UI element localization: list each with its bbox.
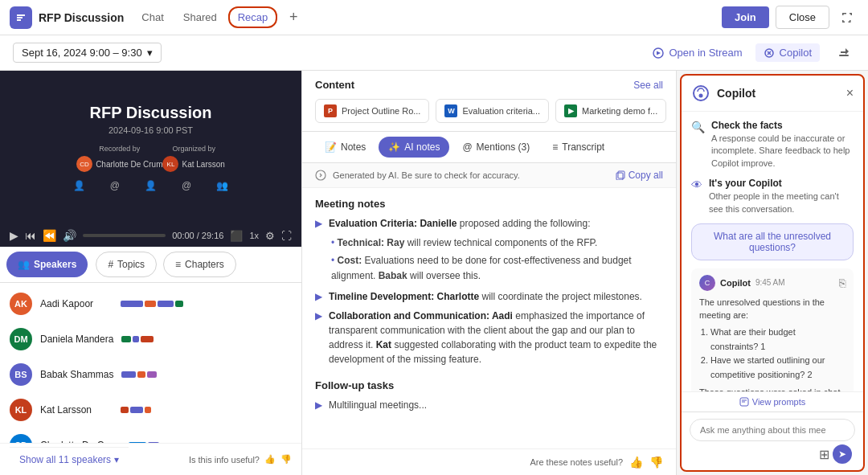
bullet-item: Cost: Evaluations need to be done for co… [331, 253, 663, 284]
copy-response-button[interactable]: ⎘ [839, 276, 845, 289]
list-item[interactable]: CD Charlotte De Crum [0, 428, 301, 443]
tab-speakers[interactable]: 👥 Speakers [6, 252, 88, 277]
tab-mentions[interactable]: @ Mentions (3) [452, 137, 539, 158]
meeting-title: RFP Discussion [39, 11, 124, 24]
add-tab-button[interactable]: + [284, 8, 303, 27]
expand-arrow[interactable]: ▶ [315, 399, 322, 411]
note-item: ▶ Evaluation Criteria: Danielle proposed… [315, 216, 663, 231]
copilot-avatar: C [699, 275, 715, 291]
expand-arrow[interactable]: ▶ [315, 291, 322, 302]
svg-point-8 [699, 94, 703, 98]
notes-icon: 📝 [325, 141, 337, 153]
tab-ai-notes[interactable]: ✨ AI notes [379, 137, 449, 158]
date-picker[interactable]: Sept 16, 2024 9:00 – 9:30 ▾ [13, 43, 162, 63]
copilot-button[interactable]: Copilot [755, 43, 820, 62]
send-button[interactable]: ➤ [833, 444, 852, 464]
speed-button[interactable]: 1x [249, 231, 259, 240]
grid-icon[interactable]: ⊞ [819, 447, 829, 462]
join-button[interactable]: Join [722, 6, 769, 28]
expand-button[interactable] [836, 6, 858, 29]
thumbs-down-icon[interactable]: 👎 [280, 454, 292, 465]
tab-shared[interactable]: Shared [175, 8, 225, 27]
list-item[interactable]: KL Kat Larsson [0, 392, 301, 428]
header-actions: Join Close [722, 6, 858, 29]
person-icon-3: 👥 [216, 180, 228, 191]
progress-bar[interactable] [83, 234, 166, 237]
tab-recap[interactable]: Recap [228, 6, 278, 28]
person-icon-1: 👤 [73, 180, 85, 191]
list-item: Have we started outlining our competitiv… [710, 354, 845, 382]
caption-button[interactable]: ⬛ [230, 230, 243, 242]
follow-up-title: Follow-up tasks [315, 379, 663, 391]
your-copilot-card: 👁 It's your Copilot Other people in the … [691, 178, 854, 215]
file-chip[interactable]: ▶ Marketing demo f... [555, 99, 666, 123]
see-all-link[interactable]: See all [633, 80, 663, 91]
view-prompts-button[interactable]: View prompts [682, 391, 863, 412]
copy-all-button[interactable]: Copy all [616, 170, 663, 181]
tab-chat[interactable]: Chat [133, 8, 171, 27]
show-all-speakers[interactable]: Show all 11 speakers ▾ [10, 447, 129, 472]
left-panel: RFP Discussion 2024-09-16 9:00 PST Recor… [0, 71, 301, 475]
share-button[interactable] [833, 42, 855, 64]
note-item: ▶ Timeline Development: Charlotte will c… [315, 289, 663, 304]
expand-arrow[interactable]: ▶ [315, 310, 322, 321]
skip-back-button[interactable]: ⏮ [25, 229, 36, 242]
file-chip[interactable]: W Evaluation criteria... [436, 99, 549, 123]
check-facts-title: Check the facts [711, 120, 854, 131]
search-icon: 🔍 [691, 121, 705, 133]
avatar: AK [10, 293, 32, 315]
thumbs-up-button[interactable]: 👍 [629, 456, 643, 469]
note-text: Timeline Development: Charlotte will coo… [329, 289, 642, 304]
check-facts-card: 🔍 Check the facts A response could be in… [691, 120, 854, 170]
mute-button[interactable]: 🔊 [63, 229, 76, 242]
tab-transcript[interactable]: ≡ Transcript [542, 137, 614, 158]
useful-row: Is this info useful? 👍 👎 [189, 454, 292, 465]
at-icon-1: @ [110, 180, 120, 191]
list-item[interactable]: BS Babak Shammas [0, 357, 301, 392]
thumbs-up-icon[interactable]: 👍 [264, 454, 276, 465]
avatar: BS [10, 363, 32, 386]
expand-arrow[interactable]: ▶ [315, 218, 322, 229]
hash-icon: # [108, 259, 113, 270]
notes-content: Meeting notes ▶ Evaluation Criteria: Dan… [302, 188, 676, 448]
close-copilot-button[interactable]: × [846, 86, 854, 100]
file-chip[interactable]: P Project Outline Ro... [315, 99, 429, 123]
rewind-button[interactable]: ⏪ [43, 229, 56, 242]
bullet-item: Technical: Ray will review technical com… [331, 235, 663, 251]
suggested-question[interactable]: What are all the unresolved questions? [691, 223, 854, 260]
person-icon-2: 👤 [145, 180, 157, 191]
speaker-bars [121, 407, 292, 413]
settings-button[interactable]: ⚙ [265, 230, 275, 242]
list-item[interactable]: DM Daniela Mandera [0, 321, 301, 357]
response-name: Copilot [720, 278, 751, 288]
list-item[interactable]: AK Aadi Kapoor [0, 286, 301, 321]
svg-rect-3 [839, 55, 849, 56]
svg-rect-6 [616, 173, 623, 180]
tab-topics[interactable]: # Topics [96, 252, 157, 277]
open-in-stream-button[interactable]: Open in Stream [653, 47, 742, 59]
tab-notes[interactable]: 📝 Notes [315, 137, 375, 158]
recorded-by-label: Recorded by [76, 145, 162, 153]
chevron-down-icon: ▾ [147, 47, 153, 59]
fullscreen-button[interactable]: ⛶ [281, 230, 292, 242]
avatar: KL [10, 399, 32, 421]
header: RFP Discussion Chat Shared Recap + Join … [0, 0, 868, 35]
avatar: DM [10, 328, 32, 350]
close-button[interactable]: Close [776, 6, 829, 29]
list-item: What are their budget constraints? 1 [710, 326, 845, 354]
speaker-bars [121, 336, 292, 342]
play-button[interactable]: ▶ [10, 229, 18, 242]
transcript-icon: ≡ [552, 141, 558, 153]
organized-by-label: Organized by [162, 145, 224, 153]
speaker-name: Babak Shammas [40, 369, 113, 380]
date-label: Sept 16, 2024 9:00 – 9:30 [22, 47, 142, 59]
video-player: RFP Discussion 2024-09-16 9:00 PST Recor… [0, 71, 301, 224]
video-title: RFP Discussion [60, 104, 241, 122]
tab-chapters[interactable]: ≡ Chapters [163, 252, 236, 277]
copilot-input[interactable] [690, 419, 855, 441]
thumbs-down-button[interactable]: 👎 [649, 456, 663, 469]
svg-point-4 [316, 170, 326, 180]
vid-icon: ▶ [564, 104, 577, 117]
menu-icon: ≡ [175, 259, 181, 270]
note-tabs: 📝 Notes ✨ AI notes @ Mentions (3) ≡ Tran… [302, 131, 676, 163]
